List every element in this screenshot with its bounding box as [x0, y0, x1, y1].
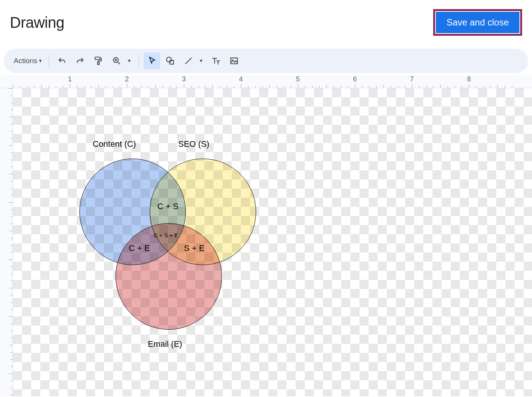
undo-icon: [57, 56, 67, 66]
ruler-number: 1: [68, 75, 72, 83]
caret-down-icon: ▼: [199, 58, 203, 64]
svg-rect-0: [95, 57, 100, 60]
paint-roller-icon: [93, 56, 103, 66]
select-tool[interactable]: [144, 52, 160, 69]
venn-label-ce[interactable]: C + E: [129, 243, 150, 253]
ruler-number: 5: [296, 75, 300, 83]
save-button-highlight: Save and close: [433, 9, 522, 36]
svg-rect-9: [231, 58, 238, 64]
caret-down-icon: ▼: [38, 58, 43, 64]
venn-label-cs[interactable]: C + S: [157, 202, 179, 211]
svg-rect-7: [170, 60, 174, 64]
canvas[interactable]: Content (C) SEO (S) Email (E) C + S C + …: [13, 88, 532, 396]
ruler-number: 2: [125, 75, 129, 83]
svg-line-3: [118, 62, 120, 64]
line-icon: [184, 56, 193, 66]
svg-line-8: [186, 58, 192, 64]
venn-label-seo[interactable]: SEO (S): [178, 139, 209, 149]
shape-tool[interactable]: [162, 52, 179, 69]
shapes-icon: [165, 56, 175, 66]
venn-circle-email[interactable]: [116, 223, 222, 330]
ruler-vertical: [0, 88, 13, 396]
ruler-number: 7: [410, 75, 414, 83]
workspace: Content (C) SEO (S) Email (E) C + S C + …: [0, 88, 532, 396]
separator: [139, 55, 139, 67]
zoom-dropdown[interactable]: ▼: [124, 52, 134, 69]
redo-button[interactable]: [72, 52, 89, 69]
svg-point-6: [166, 57, 171, 62]
venn-label-email[interactable]: Email (E): [148, 339, 182, 349]
image-tool[interactable]: [226, 52, 242, 69]
venn-label-se[interactable]: S + E: [184, 243, 204, 253]
image-icon: [229, 56, 239, 66]
textbox-tool[interactable]: [207, 52, 224, 69]
text-icon: [211, 56, 221, 66]
save-and-close-button[interactable]: Save and close: [436, 12, 519, 33]
actions-menu-label: Actions: [14, 57, 37, 65]
dialog-title: Drawing: [10, 14, 64, 31]
venn-label-cse[interactable]: C + S + E: [154, 232, 178, 238]
ruler-horizontal: 12345678: [0, 75, 532, 88]
ruler-number: 3: [182, 75, 186, 83]
svg-rect-1: [98, 62, 99, 65]
ruler-number: 4: [239, 75, 243, 83]
dialog-header: Drawing Save and close: [0, 0, 532, 45]
cursor-icon: [147, 56, 157, 66]
line-dropdown[interactable]: ▼: [196, 52, 206, 69]
svg-point-10: [232, 59, 233, 60]
line-tool[interactable]: [180, 52, 197, 69]
zoom-icon: [112, 56, 122, 66]
redo-icon: [75, 56, 85, 66]
paint-format-button[interactable]: [90, 52, 107, 69]
toolbar: Actions ▼ ▼: [4, 49, 528, 73]
undo-button[interactable]: [54, 52, 70, 69]
separator: [49, 55, 49, 67]
actions-menu[interactable]: Actions ▼: [11, 52, 44, 69]
zoom-button[interactable]: [108, 52, 125, 69]
venn-label-content[interactable]: Content (C): [93, 139, 136, 149]
caret-down-icon: ▼: [127, 58, 131, 64]
ruler-number: 8: [467, 75, 471, 83]
ruler-number: 6: [353, 75, 357, 83]
